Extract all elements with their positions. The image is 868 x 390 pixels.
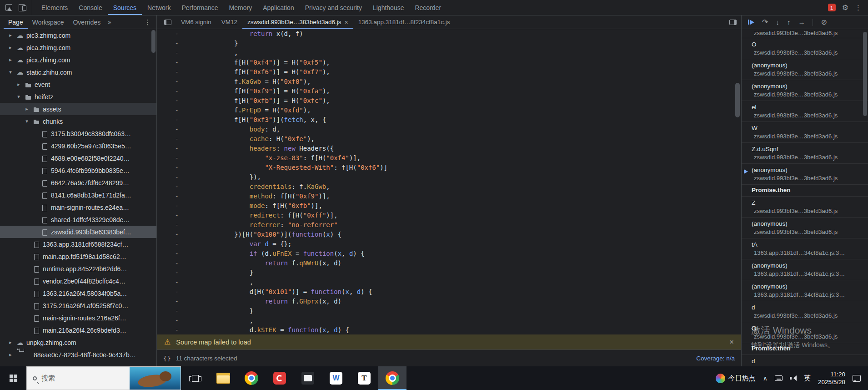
resume-button[interactable] (748, 20, 754, 25)
expand-icon[interactable]: ▸ (15, 81, 22, 87)
close-icon[interactable]: × (729, 338, 734, 347)
line-gutter[interactable]: - (157, 325, 179, 334)
collapse-icon[interactable]: ▾ (24, 118, 30, 124)
tree-item[interactable]: ▸88eae0c7-823d-48ff-8c0e-9c437b… (0, 349, 156, 361)
tab-performance[interactable]: Performance (176, 0, 223, 15)
tree-item[interactable]: main.app.fd51f98a1d58c62… (0, 250, 156, 263)
code-line[interactable]: - method: f[H("0xf9")], (157, 192, 741, 201)
line-gutter[interactable]: - (157, 144, 179, 153)
tree-item[interactable]: shared-1dffcf43329e08de… (0, 213, 156, 226)
tree-item[interactable]: vendor.2be0f44f82bcffc4c4… (0, 275, 156, 287)
tab-application[interactable]: Application (257, 0, 300, 15)
code-line[interactable]: - if (d.uFnEX = function(x, d) { (157, 249, 741, 258)
touch-keyboard-icon[interactable] (775, 375, 783, 381)
line-gutter[interactable]: - (157, 48, 179, 58)
navigator-tab-page[interactable]: Page (4, 15, 28, 29)
issues-badge[interactable]: 1 (828, 4, 836, 11)
scrollbar-thumb[interactable] (151, 30, 156, 53)
line-gutter[interactable]: - (157, 96, 179, 106)
file-tab[interactable]: zswsdid.993bf3e…383befd3ad6.js× (242, 15, 353, 29)
tree-item[interactable]: main.216a26f4.26c9bdefd3… (0, 324, 156, 336)
start-button[interactable] (0, 366, 26, 390)
task-view-button[interactable] (181, 366, 209, 390)
code-line[interactable]: - d[H("0x101")] = function(x, d) { (157, 287, 741, 297)
code-line[interactable]: -f.KaGwb = H("0xf8"), (157, 77, 741, 86)
line-gutter[interactable]: - (157, 153, 179, 163)
collapse-icon[interactable]: ▾ (7, 69, 14, 75)
tab-console[interactable]: Console (73, 0, 107, 15)
step-into-button[interactable]: ↓ (776, 18, 779, 26)
taskbar-clock[interactable]: 11:20 2025/5/28 (818, 370, 845, 386)
news-widget[interactable]: 今日热点 (716, 374, 756, 383)
close-icon[interactable]: × (344, 19, 348, 26)
search-highlight-image[interactable] (130, 367, 181, 390)
line-gutter[interactable]: - (157, 29, 179, 39)
call-stack-frame[interactable]: zswsdid.993bf3e…3befd3ad6.js (742, 29, 868, 38)
navigator-more-icon[interactable]: ⋮ (142, 18, 153, 26)
tree-item[interactable]: 4299.60b25a97c3f0635e5… (0, 140, 156, 152)
code-line[interactable]: -} (157, 39, 741, 48)
code-line[interactable]: - "X-Requested-With": f[H("0xf6")] (157, 163, 741, 172)
typora-button[interactable]: T (350, 366, 378, 390)
inspect-element-icon[interactable] (5, 4, 12, 11)
pretty-print-button[interactable]: {} (163, 355, 171, 362)
volume-icon[interactable] (790, 375, 797, 381)
tree-item[interactable]: 8141.c6a8db13be171d2fa… (0, 189, 156, 201)
tab-privacy-and-security[interactable]: Privacy and security (300, 0, 367, 15)
code-line[interactable]: - body: d, (157, 125, 741, 134)
code-line[interactable]: - } (157, 268, 741, 278)
tree-item[interactable]: zswsdid.993bf3e63383bef… (0, 226, 156, 238)
tree-item[interactable]: 4688.e00e682f58e0f2240… (0, 152, 156, 164)
line-gutter[interactable]: - (157, 172, 179, 182)
tab-recorder[interactable]: Recorder (409, 0, 447, 15)
code-line[interactable]: - return f.qNWrU(x, d) (157, 258, 741, 268)
expand-icon[interactable]: ▸ (7, 45, 14, 51)
code-line[interactable]: -f[H("0xf6")] = H("0xf7"), (157, 67, 741, 77)
tree-item[interactable]: main-signin-routes.e24ea… (0, 201, 156, 213)
tree-item[interactable]: ▾☁static.zhihu.com (0, 66, 156, 78)
scrollbar-thumb[interactable] (863, 32, 867, 116)
call-stack-frame[interactable]: Wzswsdid.993bf3e…3befd3ad6.js (742, 122, 868, 143)
line-gutter[interactable]: - (157, 58, 179, 67)
tree-item[interactable]: main-signin-routes.216a26f… (0, 312, 156, 324)
tree-item[interactable]: 3175.216a26f4.af05258f7c0… (0, 299, 156, 312)
line-gutter[interactable]: - (157, 249, 179, 258)
line-gutter[interactable]: - (157, 134, 179, 144)
code-line[interactable]: -f[H("0xf9")] = H("0xfa"), (157, 86, 741, 96)
tab-memory[interactable]: Memory (224, 0, 258, 15)
deactivate-breakpoints-button[interactable]: ⊘ (821, 18, 827, 26)
line-gutter[interactable]: - (157, 230, 179, 239)
red-app-button[interactable] (266, 366, 294, 390)
chrome-button[interactable] (237, 366, 266, 390)
tree-item[interactable]: ▸☁pic3.zhimg.com (0, 29, 156, 41)
tree-item[interactable]: ▾heifetz (0, 91, 156, 103)
call-stack-frame[interactable]: Zzswsdid.993bf3e…3befd3ad6.js (742, 197, 868, 218)
step-over-button[interactable]: ↷ (762, 18, 768, 26)
code-line[interactable]: -f.PrEpD = H("0xfd"), (157, 106, 741, 115)
code-line[interactable]: - return f.GHprx(x, d) (157, 297, 741, 306)
code-line[interactable]: - return x(d, f) (157, 29, 741, 39)
call-stack-frame[interactable]: Ozswsdid.993bf3e…3befd3ad6.js (742, 38, 868, 59)
call-stack-frame[interactable]: dzswsdid.993bf3e…3befd3ad6.js (742, 355, 868, 366)
action-center-icon[interactable] (853, 375, 861, 382)
code-line[interactable]: - var d = {}; (157, 239, 741, 249)
code-line[interactable]: - , (157, 316, 741, 325)
line-gutter[interactable]: - (157, 316, 179, 325)
step-button[interactable]: → (798, 18, 805, 26)
tree-item[interactable]: 1363.216a26f4.58034f0b5a… (0, 287, 156, 299)
call-stack-frame[interactable]: (anonymous)zswsdid.993bf3e…3befd3ad6.js (742, 80, 868, 101)
gear-icon[interactable]: ⚙ (842, 3, 848, 12)
tree-item[interactable]: ▸event (0, 78, 156, 91)
tree-item[interactable]: 5946.4fc6fb99b9bb0835e… (0, 164, 156, 177)
wps-button[interactable]: W (322, 366, 350, 390)
collapse-icon[interactable]: ▾ (15, 94, 22, 100)
code-line[interactable]: - mode: f[H("0xfb")], (157, 201, 741, 211)
navigator-tab-workspace[interactable]: Workspace (28, 15, 69, 29)
line-gutter[interactable]: - (157, 239, 179, 249)
expand-icon[interactable]: ▸ (24, 106, 30, 112)
file-tab[interactable]: 1363.app.3181df…8f234cf8a1c.js (353, 15, 455, 29)
line-gutter[interactable]: - (157, 268, 179, 278)
file-tab[interactable]: VM12 (216, 15, 242, 29)
expand-icon[interactable]: ▸ (7, 32, 14, 38)
line-gutter[interactable]: - (157, 258, 179, 268)
